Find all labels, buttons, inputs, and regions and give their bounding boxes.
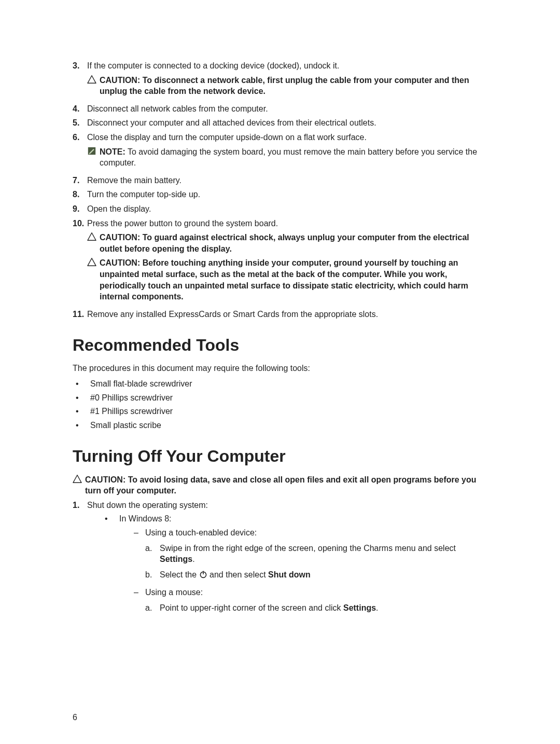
os-label: In Windows 8: bbox=[119, 514, 171, 523]
text-part: and then select bbox=[207, 570, 268, 579]
dash-icon: – bbox=[134, 587, 145, 617]
letter-step: a. Point to upper-right corner of the sc… bbox=[145, 602, 379, 614]
numbered-step: 7. Remove the main battery. bbox=[73, 175, 487, 186]
power-icon bbox=[199, 570, 207, 578]
step-number: 11. bbox=[73, 309, 87, 320]
step-text: Disconnect your computer and all attache… bbox=[87, 117, 487, 129]
dash-icon: – bbox=[134, 527, 145, 584]
note-body: To avoid damaging the system board, you … bbox=[100, 147, 477, 168]
dash-item: – Using a mouse: a. Point to upper-right… bbox=[134, 587, 487, 617]
caution-callout: CAUTION: To disconnect a network cable, … bbox=[87, 75, 487, 97]
step-content: If the computer is connected to a dockin… bbox=[87, 61, 340, 70]
caution-callout: CAUTION: To avoid losing data, save and … bbox=[73, 474, 487, 497]
numbered-step: 3. If the computer is connected to a doc… bbox=[73, 60, 487, 100]
numbered-step: 4. Disconnect all network cables from th… bbox=[73, 103, 487, 115]
note-callout: NOTE: To avoid damaging the system board… bbox=[87, 146, 487, 169]
step-number: 10. bbox=[73, 218, 87, 306]
ui-settings: Settings bbox=[343, 603, 376, 612]
caution-text: CAUTION: To guard against electrical sho… bbox=[100, 232, 487, 254]
numbered-step: 11. Remove any installed ExpressCards or… bbox=[73, 309, 487, 320]
letter-step: b. Select the and then select Shut down bbox=[145, 569, 487, 581]
note-icon bbox=[87, 146, 100, 169]
step-text: Open the display. bbox=[87, 203, 487, 215]
step-text: Close the display and turn the computer … bbox=[87, 132, 487, 172]
text-part: . bbox=[376, 603, 378, 612]
tools-intro: The procedures in this document may requ… bbox=[73, 363, 487, 374]
letter-body: Point to upper-right corner of the scree… bbox=[160, 602, 379, 614]
bullet-text: #0 Phillips screwdriver bbox=[90, 392, 487, 404]
caution-icon bbox=[73, 474, 85, 497]
note-label: NOTE: bbox=[100, 147, 125, 156]
bullet-item: • #1 Phillips screwdriver bbox=[73, 406, 487, 417]
bullet-icon: • bbox=[73, 378, 90, 390]
ui-settings: Settings bbox=[160, 555, 192, 563]
bullet-icon: • bbox=[102, 513, 119, 620]
bullet-text: #1 Phillips screwdriver bbox=[90, 406, 487, 417]
caution-text: CAUTION: To disconnect a network cable, … bbox=[100, 75, 487, 97]
bullet-item: • Small flat-blade screwdriver bbox=[73, 378, 487, 390]
caution-icon bbox=[87, 257, 100, 302]
page-number: 6 bbox=[73, 712, 77, 723]
text-part: Point to upper-right corner of the scree… bbox=[160, 603, 343, 612]
dash-item: – Using a touch-enabled device: a. Swipe… bbox=[134, 527, 487, 584]
caution-callout: CAUTION: To guard against electrical sho… bbox=[87, 232, 487, 254]
letter-label: b. bbox=[145, 569, 160, 581]
letter-body: Swipe in from the right edge of the scre… bbox=[160, 543, 487, 565]
step-number: 9. bbox=[73, 203, 87, 215]
bullet-icon: • bbox=[73, 392, 90, 404]
caution-text: CAUTION: To avoid losing data, save and … bbox=[85, 474, 487, 497]
numbered-step: 8. Turn the computer top-side up. bbox=[73, 189, 487, 200]
caution-callout: CAUTION: Before touching anything inside… bbox=[87, 257, 487, 302]
bullet-text: In Windows 8: – Using a touch-enabled de… bbox=[119, 513, 487, 620]
step-text: Turn the computer top-side up. bbox=[87, 189, 487, 200]
numbered-step: 6. Close the display and turn the comput… bbox=[73, 132, 487, 172]
bullet-item: • In Windows 8: – Using a touch-enabled … bbox=[102, 513, 487, 620]
step-number: 7. bbox=[73, 175, 87, 186]
step-text: Disconnect all network cables from the c… bbox=[87, 103, 487, 115]
step-content: Close the display and turn the computer … bbox=[87, 133, 367, 142]
step-number: 5. bbox=[73, 117, 87, 129]
method-label: Using a mouse: bbox=[145, 588, 203, 597]
step-number: 4. bbox=[73, 103, 87, 115]
caution-icon bbox=[87, 232, 100, 254]
dash-body: Using a touch-enabled device: a. Swipe i… bbox=[145, 527, 487, 584]
caution-text: CAUTION: Before touching anything inside… bbox=[100, 257, 487, 302]
method-label: Using a touch-enabled device: bbox=[145, 528, 257, 537]
step-number: 1. bbox=[73, 500, 87, 623]
ui-shutdown: Shut down bbox=[268, 570, 311, 579]
letter-label: a. bbox=[145, 543, 160, 565]
step-content: Press the power button to ground the sys… bbox=[87, 219, 278, 228]
step-number: 3. bbox=[73, 60, 87, 100]
bullet-icon: • bbox=[73, 406, 90, 417]
text-part: . bbox=[192, 555, 194, 563]
step-text: Remove the main battery. bbox=[87, 175, 487, 186]
numbered-step: 5. Disconnect your computer and all atta… bbox=[73, 117, 487, 129]
step-text: If the computer is connected to a dockin… bbox=[87, 60, 487, 100]
step-number: 6. bbox=[73, 132, 87, 172]
numbered-step: 10. Press the power button to ground the… bbox=[73, 218, 487, 306]
letter-step: a. Swipe in from the right edge of the s… bbox=[145, 543, 487, 565]
letter-label: a. bbox=[145, 602, 160, 614]
turning-off-heading: Turning Off Your Computer bbox=[73, 445, 487, 467]
step-number: 8. bbox=[73, 189, 87, 200]
bullet-icon: • bbox=[73, 420, 90, 431]
letter-body: Select the and then select Shut down bbox=[160, 569, 311, 581]
bullet-item: • #0 Phillips screwdriver bbox=[73, 392, 487, 404]
step-text: Shut down the operating system: • In Win… bbox=[87, 500, 487, 623]
numbered-step: 9. Open the display. bbox=[73, 203, 487, 215]
note-text: NOTE: To avoid damaging the system board… bbox=[100, 146, 487, 169]
recommended-tools-heading: Recommended Tools bbox=[73, 334, 487, 356]
text-part: Swipe in from the right edge of the scre… bbox=[160, 544, 456, 553]
bullet-text: Small plastic scribe bbox=[90, 420, 487, 431]
bullet-item: • Small plastic scribe bbox=[73, 420, 487, 431]
dash-body: Using a mouse: a. Point to upper-right c… bbox=[145, 587, 379, 617]
bullet-text: Small flat-blade screwdriver bbox=[90, 378, 487, 390]
numbered-step: 1. Shut down the operating system: • In … bbox=[73, 500, 487, 623]
step-text: Press the power button to ground the sys… bbox=[87, 218, 487, 306]
step-content: Shut down the operating system: bbox=[87, 501, 208, 509]
step-text: Remove any installed ExpressCards or Sma… bbox=[87, 309, 487, 320]
text-part: Select the bbox=[160, 570, 199, 579]
caution-icon bbox=[87, 75, 100, 97]
